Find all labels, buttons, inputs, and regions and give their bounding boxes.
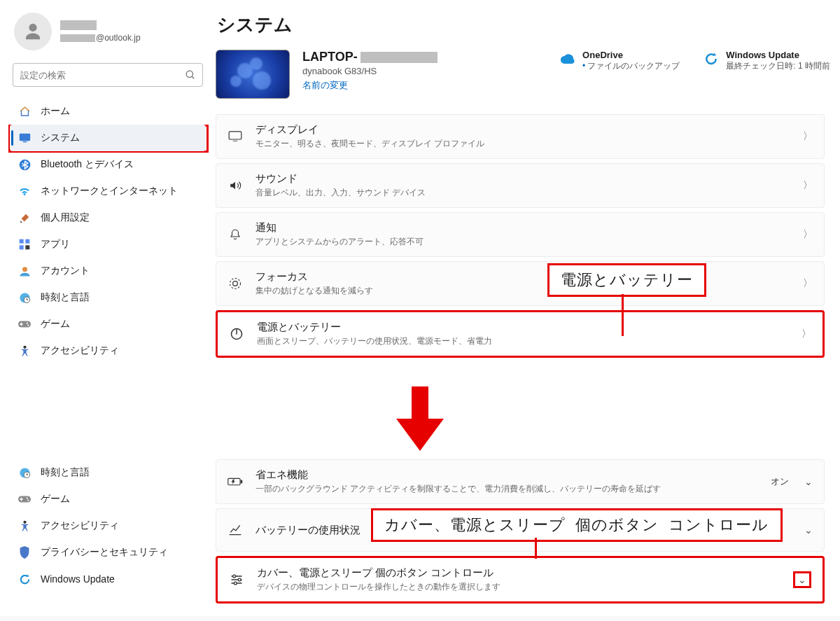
svg-rect-6 bbox=[25, 245, 29, 249]
chevron-right-icon: 〉 bbox=[803, 228, 813, 241]
svg-point-21 bbox=[27, 497, 28, 498]
onedrive-title: OneDrive bbox=[582, 50, 680, 60]
sliders-icon bbox=[229, 573, 244, 586]
settings-sidebar-2: 時刻と言語 ゲーム アクセシビリティ プライバシーとセキュリティ Windows… bbox=[10, 454, 206, 609]
svg-point-26 bbox=[233, 575, 236, 578]
gamepad-icon bbox=[18, 493, 31, 505]
nav-label: ホーム bbox=[41, 105, 70, 118]
system-page: システム LAPTOP- dynabook G83/HS 名前の変更 bbox=[216, 8, 830, 384]
nav-item-bluetooth[interactable]: Bluetooth とデバイス bbox=[10, 151, 206, 178]
chevron-down-icon: ⌄ bbox=[804, 524, 813, 536]
svg-point-28 bbox=[234, 582, 237, 585]
shield-icon bbox=[18, 546, 31, 559]
search-input[interactable] bbox=[20, 70, 186, 81]
nav-label: 時刻と言語 bbox=[41, 291, 90, 304]
accessibility-icon bbox=[18, 344, 31, 357]
chevron-down-icon: ⌄ bbox=[804, 476, 813, 487]
settings-sidebar: @outlook.jp ホーム システム bbox=[10, 8, 206, 384]
nav-label: システム bbox=[41, 132, 80, 144]
nav-item-accessibility[interactable]: アクセシビリティ bbox=[10, 337, 206, 364]
nav-item-personalize[interactable]: 個人用設定 bbox=[10, 204, 206, 231]
nav-label: アクセシビリティ bbox=[41, 344, 119, 357]
chevron-right-icon: 〉 bbox=[803, 277, 813, 290]
nav-item-network[interactable]: ネットワークとインターネット bbox=[10, 178, 206, 204]
home-icon bbox=[18, 105, 31, 118]
search-icon bbox=[186, 70, 195, 80]
callout-connector bbox=[535, 538, 537, 559]
nav-label: アカウント bbox=[41, 265, 90, 277]
svg-rect-3 bbox=[20, 239, 24, 244]
nav-item-game[interactable]: ゲーム bbox=[10, 486, 206, 512]
svg-point-11 bbox=[27, 322, 28, 323]
nav-item-time[interactable]: 時刻と言語 bbox=[10, 284, 206, 311]
svg-point-23 bbox=[23, 520, 26, 523]
row-title: ディスプレイ bbox=[255, 123, 790, 137]
nav-item-system[interactable]: システム bbox=[10, 125, 206, 151]
row-title: 省エネ機能 bbox=[255, 468, 758, 482]
svg-rect-1 bbox=[22, 141, 27, 142]
device-name: LAPTOP- bbox=[302, 50, 438, 64]
power-icon bbox=[229, 327, 244, 341]
nav-item-time[interactable]: 時刻と言語 bbox=[10, 459, 206, 486]
row-title: カバー、電源とスリープ 個のボタン コントロール bbox=[257, 566, 780, 580]
callout-connector bbox=[622, 294, 624, 336]
account-header[interactable]: @outlook.jp bbox=[10, 8, 206, 60]
nav-item-account[interactable]: アカウント bbox=[10, 258, 206, 284]
chevron-down-icon[interactable]: ⌄ bbox=[798, 574, 806, 585]
nav-label: ゲーム bbox=[41, 493, 70, 505]
svg-point-13 bbox=[23, 345, 26, 348]
update-icon bbox=[18, 573, 31, 585]
row-power[interactable]: 電源とバッテリー画面とスリープ、バッテリーの使用状況、電源モード、省電力 〉 bbox=[216, 310, 825, 358]
svg-point-12 bbox=[27, 324, 29, 326]
device-wallpaper-thumb[interactable] bbox=[216, 50, 290, 99]
nav-item-home[interactable]: ホーム bbox=[10, 98, 206, 125]
row-sub: 音量レベル、出力、入力、サウンド デバイス bbox=[255, 187, 790, 199]
row-sub: デバイスの物理コントロールを操作したときの動作を選択します bbox=[257, 581, 780, 593]
rename-link[interactable]: 名前の変更 bbox=[302, 80, 348, 90]
nav-label: 個人用設定 bbox=[41, 211, 90, 224]
row-lid-controls[interactable]: カバー、電源とスリープ 個のボタン コントロールデバイスの物理コントロールを操作… bbox=[216, 556, 825, 603]
nav-item-game[interactable]: ゲーム bbox=[10, 311, 206, 337]
nav-label: アプリ bbox=[41, 238, 70, 251]
row-sound[interactable]: サウンド音量レベル、出力、入力、サウンド デバイス 〉 bbox=[216, 163, 825, 208]
bluetooth-icon bbox=[18, 158, 31, 171]
accessibility-icon bbox=[18, 519, 31, 532]
nav-label: Bluetooth とデバイス bbox=[41, 158, 134, 171]
row-notify[interactable]: 通知アプリとシステムからのアラート、応答不可 〉 bbox=[216, 212, 825, 257]
windows-update-tile[interactable]: Windows Update 最終チェック日時: 1 時間前 bbox=[704, 50, 830, 72]
row-focus[interactable]: フォーカス集中の妨げとなる通知を減らす 〉 bbox=[216, 261, 825, 306]
nav-item-accessibility[interactable]: アクセシビリティ bbox=[10, 512, 206, 539]
row-sub: 一部のバックグラウンド アクティビティを制限することで、電力消費を削減し、バッテ… bbox=[255, 483, 758, 495]
nav-label: Windows Update bbox=[41, 573, 115, 585]
nav-label: 時刻と言語 bbox=[41, 466, 90, 479]
gamepad-icon bbox=[18, 318, 31, 330]
nav-item-windows-update[interactable]: Windows Update bbox=[10, 566, 206, 592]
device-summary: LAPTOP- dynabook G83/HS 名前の変更 OneDrive •… bbox=[216, 50, 830, 99]
nav-item-privacy[interactable]: プライバシーとセキュリティ bbox=[10, 539, 206, 566]
svg-point-16 bbox=[233, 281, 238, 286]
row-eco[interactable]: 省エネ機能一部のバックグラウンド アクティビティを制限することで、電力消費を削減… bbox=[216, 459, 825, 504]
system-settings-list: ディスプレイモニター、明るさ、夜間モード、ディスプレイ プロファイル 〉 サウン… bbox=[216, 114, 830, 358]
highlight-chevron: ⌄ bbox=[793, 571, 811, 588]
device-model: dynabook G83/HS bbox=[302, 66, 438, 76]
arrow-down-icon bbox=[392, 386, 448, 451]
avatar bbox=[14, 13, 52, 50]
onedrive-sub: •ファイルのバックアップ bbox=[582, 60, 680, 72]
nav-label: ゲーム bbox=[41, 318, 70, 330]
account-name-redacted bbox=[60, 20, 97, 30]
onedrive-icon bbox=[560, 51, 575, 67]
row-title: 通知 bbox=[255, 221, 790, 235]
row-title: サウンド bbox=[255, 172, 790, 186]
system-icon bbox=[18, 132, 31, 144]
chevron-right-icon: 〉 bbox=[802, 328, 811, 340]
row-sub: 集中の妨げとなる通知を減らす bbox=[255, 285, 790, 297]
account-icon bbox=[18, 265, 31, 277]
row-title: 電源とバッテリー bbox=[257, 321, 789, 334]
row-sub: アプリとシステムからのアラート、応答不可 bbox=[255, 236, 790, 248]
row-display[interactable]: ディスプレイモニター、明るさ、夜間モード、ディスプレイ プロファイル 〉 bbox=[216, 114, 825, 159]
nav-item-apps[interactable]: アプリ bbox=[10, 231, 206, 258]
onedrive-tile[interactable]: OneDrive •ファイルのバックアップ bbox=[560, 50, 680, 72]
svg-point-22 bbox=[27, 499, 29, 501]
settings-search[interactable] bbox=[13, 63, 203, 87]
update-title: Windows Update bbox=[726, 50, 830, 60]
